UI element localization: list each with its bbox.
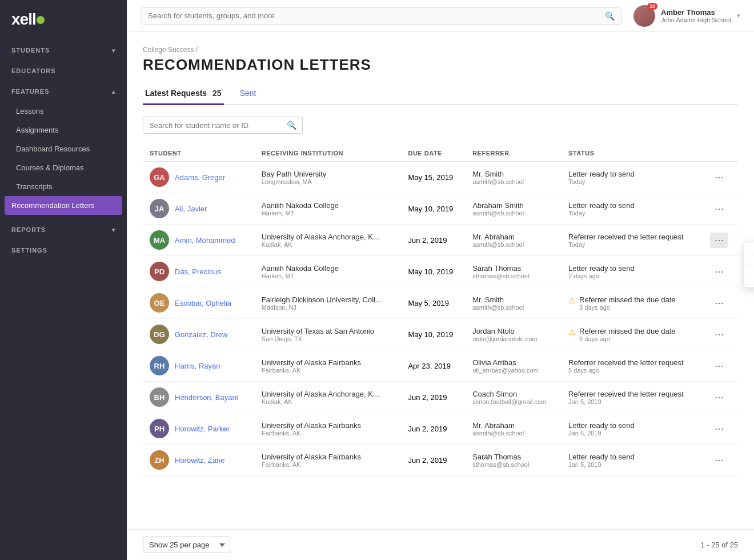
status-time: 5 days ago bbox=[568, 367, 684, 374]
student-name-link[interactable]: Ali, Javier bbox=[175, 205, 207, 213]
user-menu[interactable]: 32 Amber Thomas John Adams High School ▾ bbox=[633, 5, 740, 27]
referrer-name: Coach Simon bbox=[472, 390, 555, 398]
table-row: GA Adams, Gregor Bay Path University Lon… bbox=[143, 162, 738, 193]
sidebar-item-reports[interactable]: REPORTS ▾ bbox=[0, 219, 127, 240]
student-search-bar[interactable]: 🔍 bbox=[143, 117, 303, 134]
status-time: Today bbox=[568, 241, 684, 248]
table-row: DG Gonzalez, Drew University of Texas at… bbox=[143, 319, 738, 350]
more-actions-button[interactable]: ⋯ bbox=[710, 170, 728, 185]
tabs: Latest Requests 25 Sent bbox=[143, 83, 738, 105]
institution-cell: Aaniiih Nakoda College Harlem, MT bbox=[255, 193, 402, 225]
referrer-name: Sarah Thomas bbox=[472, 453, 555, 461]
student-name-link[interactable]: Adams, Gregor bbox=[175, 173, 225, 182]
due-date-cell: May 10, 2019 bbox=[401, 256, 466, 287]
more-actions-button[interactable]: ⋯ bbox=[710, 233, 728, 248]
status-cell: ⚠ Referrer missed the due date 5 days ag… bbox=[562, 319, 703, 350]
status-cell: Referrer received the letter request Jan… bbox=[562, 382, 703, 413]
col-referrer: REFERRER bbox=[466, 145, 562, 162]
table-row: OE Escobar, Ophelia Fairleigh Dickinson … bbox=[143, 287, 738, 319]
due-date-cell: Jun 2, 2019 bbox=[401, 413, 466, 445]
table-row: MA Amin, Mohammed University of Alaska A… bbox=[143, 225, 738, 256]
per-page-dropdown[interactable]: Show 25 per pageShow 50 per pageShow 100… bbox=[143, 537, 230, 553]
sidebar-item-lessons[interactable]: Lessons bbox=[0, 102, 127, 121]
student-search-input[interactable] bbox=[149, 121, 287, 130]
col-status: STATUS bbox=[562, 145, 703, 162]
more-actions-button[interactable]: ⋯ bbox=[710, 421, 728, 437]
referrer-email: asmith@sb.school bbox=[472, 241, 555, 248]
sidebar-item-dashboard-resources[interactable]: Dashboard Resources bbox=[0, 139, 127, 158]
status-text: Referrer received the letter request bbox=[568, 233, 684, 241]
institution-name: University of Alaska Anchorage, K... bbox=[262, 390, 395, 398]
main-content: 🔍 32 Amber Thomas John Adams High School… bbox=[127, 0, 754, 560]
institution-cell: University of Alaska Anchorage, K... Kod… bbox=[255, 382, 402, 413]
student-name-link[interactable]: Amin, Mohammed bbox=[175, 236, 235, 245]
status-text: Letter ready to send bbox=[568, 421, 635, 430]
xello-logo[interactable]: xell bbox=[11, 10, 45, 29]
warning-icon: ⚠ bbox=[568, 296, 576, 305]
institution-location: Harlem, MT bbox=[262, 273, 395, 279]
referrer-email: simon.football@gmail.com bbox=[472, 398, 555, 405]
table-container: STUDENT RECEIVING INSTITUTION DUE DATE R… bbox=[143, 145, 738, 515]
student-name-link[interactable]: Das, Precious bbox=[175, 267, 221, 276]
global-search-bar[interactable]: 🔍 bbox=[141, 7, 622, 25]
status-text: Referrer missed the due date bbox=[579, 295, 675, 304]
col-student: STUDENT bbox=[143, 145, 255, 162]
more-actions-button[interactable]: ⋯ bbox=[710, 201, 728, 217]
sidebar-item-recommendation-letters[interactable]: Recommendation Letters bbox=[5, 196, 122, 215]
actions-cell: ⋯ bbox=[703, 413, 738, 445]
sidebar-item-settings[interactable]: SETTINGS bbox=[0, 240, 127, 261]
more-actions-button[interactable]: ⋯ bbox=[710, 390, 728, 405]
institution-location: Kodiak, AK bbox=[262, 398, 395, 405]
institution-location: Madison, NJ bbox=[262, 304, 395, 311]
more-actions-button[interactable]: ⋯ bbox=[710, 453, 728, 468]
tab-latest-requests[interactable]: Latest Requests 25 bbox=[143, 83, 224, 105]
student-cell: OE Escobar, Ophelia bbox=[143, 287, 255, 319]
student-cell: BH Henderson, Bayani bbox=[143, 382, 255, 413]
due-date-cell: May 10, 2019 bbox=[401, 319, 466, 350]
institution-cell: University of Alaska Fairbanks Fairbanks… bbox=[255, 445, 402, 476]
status-cell: Letter ready to send 2 days ago bbox=[562, 256, 703, 287]
sidebar-item-students[interactable]: STUDENTS ▾ bbox=[0, 40, 127, 61]
referrer-name: Mr. Abraham bbox=[472, 233, 555, 241]
status-time: Today bbox=[568, 210, 635, 217]
user-name: Amber Thomas bbox=[661, 8, 731, 17]
institution-cell: University of Alaska Fairbanks Fairbanks… bbox=[255, 350, 402, 382]
referrer-cell: Coach Simon simon.football@gmail.com bbox=[466, 382, 562, 413]
per-page-select[interactable]: Show 25 per pageShow 50 per pageShow 100… bbox=[143, 537, 230, 553]
table-row: RH Harris, Rayan University of Alaska Fa… bbox=[143, 350, 738, 382]
more-actions-button[interactable]: ⋯ bbox=[710, 295, 728, 311]
student-cell: DG Gonzalez, Drew bbox=[143, 319, 255, 350]
status-text: Letter ready to send bbox=[568, 453, 635, 461]
status-time: 2 days ago bbox=[568, 273, 635, 279]
tab-sent[interactable]: Sent bbox=[238, 83, 259, 105]
sidebar-item-educators[interactable]: EDUCATORS bbox=[0, 61, 127, 81]
more-actions-button[interactable]: ⋯ bbox=[710, 327, 728, 342]
sidebar-features-header[interactable]: FEATURES ▴ bbox=[0, 81, 127, 102]
student-name-link[interactable]: Gonzalez, Drew bbox=[175, 330, 227, 339]
due-date-cell: Jun 2, 2019 bbox=[401, 225, 466, 256]
student-name-link[interactable]: Henderson, Bayani bbox=[175, 393, 238, 402]
breadcrumb-link[interactable]: College Success bbox=[143, 46, 194, 54]
sidebar-item-transcripts[interactable]: Transcripts bbox=[0, 177, 127, 196]
more-actions-button[interactable]: ⋯ bbox=[710, 264, 728, 279]
student-name-link[interactable]: Horowitz, Zane bbox=[175, 456, 224, 465]
dropdown-item-send-email[interactable]: Send to Institution by Email bbox=[744, 242, 754, 265]
dropdown-item-delete-request[interactable]: Delete Request bbox=[744, 265, 754, 287]
actions-cell: ⋯ bbox=[703, 256, 738, 287]
student-avatar: DG bbox=[150, 325, 169, 344]
status-time: 3 days ago bbox=[579, 304, 675, 311]
referrer-cell: Olivia Arribas oli_arribas@yahoo.com bbox=[466, 350, 562, 382]
breadcrumb: College Success / bbox=[143, 46, 738, 54]
referrer-name: Mr. Smith bbox=[472, 295, 555, 304]
status-cell: Letter ready to send Today bbox=[562, 162, 703, 193]
actions-cell: ⋯ bbox=[703, 287, 738, 319]
more-actions-button[interactable]: ⋯ bbox=[710, 358, 728, 374]
student-avatar: BH bbox=[150, 387, 169, 407]
student-name-link[interactable]: Escobar, Ophelia bbox=[175, 299, 231, 307]
institution-cell: Bay Path University Longmeadow, MA bbox=[255, 162, 402, 193]
global-search-input[interactable] bbox=[148, 11, 601, 20]
sidebar-item-courses-diplomas[interactable]: Courses & Diplomas bbox=[0, 158, 127, 177]
student-name-link[interactable]: Horowitz, Parker bbox=[175, 425, 230, 433]
student-name-link[interactable]: Harris, Rayan bbox=[175, 362, 220, 370]
sidebar-item-assignments[interactable]: Assignments bbox=[0, 121, 127, 139]
